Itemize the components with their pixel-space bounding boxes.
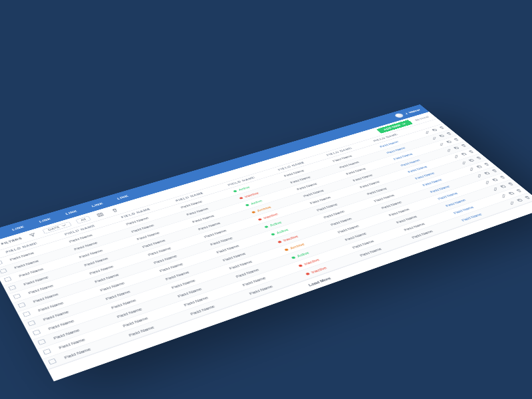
delete-icon[interactable]	[109, 207, 121, 214]
edit-icon[interactable]	[460, 161, 468, 166]
chip-label: DATE	[47, 225, 61, 231]
filter-icon[interactable]	[27, 231, 39, 239]
edit-icon[interactable]	[499, 194, 508, 198]
edit-icon[interactable]	[475, 174, 483, 178]
chip-label: All	[80, 217, 86, 221]
delete-row-icon[interactable]	[475, 156, 483, 160]
row-checkbox[interactable]	[27, 320, 36, 326]
row-checkbox[interactable]	[8, 285, 16, 291]
nav-link[interactable]: LINK	[91, 201, 104, 207]
copy-icon[interactable]	[460, 152, 468, 157]
row-checkbox[interactable]	[0, 260, 3, 265]
row-checkbox[interactable]	[43, 348, 51, 355]
app-panel: LINK LINK LINK LINK LINK LINK J. Walker …	[0, 104, 532, 382]
result-count: 96 found	[414, 116, 430, 122]
edit-icon[interactable]	[438, 142, 446, 146]
copy-icon[interactable]	[491, 178, 499, 182]
delete-row-icon[interactable]	[446, 132, 454, 136]
copy-icon[interactable]	[438, 134, 446, 138]
status-label: Active	[296, 251, 310, 257]
edit-icon[interactable]	[491, 187, 500, 192]
row-checkbox[interactable]	[23, 311, 31, 317]
row-checkbox[interactable]	[13, 293, 21, 299]
status-label: Active	[269, 221, 282, 227]
delete-row-icon[interactable]	[491, 169, 499, 174]
copy-icon[interactable]	[507, 191, 516, 196]
copy-icon[interactable]	[499, 184, 507, 189]
status-label: Active	[250, 200, 263, 205]
delete-row-icon[interactable]	[467, 150, 475, 154]
copy-icon[interactable]	[445, 140, 453, 144]
delete-row-icon[interactable]	[460, 144, 468, 148]
delete-row-icon[interactable]	[438, 126, 446, 130]
row-checkbox[interactable]	[0, 268, 7, 273]
row-checkbox[interactable]	[48, 358, 57, 365]
delete-row-icon[interactable]	[483, 162, 491, 167]
edit-icon[interactable]	[424, 130, 432, 134]
nav-link[interactable]: LINK	[116, 194, 129, 200]
row-checkbox[interactable]	[17, 303, 26, 309]
edit-icon[interactable]	[452, 154, 460, 159]
nav-link[interactable]: LINK	[11, 225, 25, 231]
edit-icon[interactable]	[431, 136, 439, 140]
row-checkbox[interactable]	[4, 277, 12, 282]
delete-row-icon[interactable]	[453, 138, 461, 142]
edit-icon[interactable]	[483, 180, 492, 185]
edit-icon[interactable]	[467, 167, 475, 172]
delete-row-icon[interactable]	[507, 182, 515, 186]
delete-row-icon[interactable]	[499, 175, 507, 180]
copy-icon[interactable]	[431, 128, 439, 132]
row-checkbox[interactable]	[33, 329, 41, 335]
edit-icon[interactable]	[445, 148, 453, 153]
row-checkbox[interactable]	[37, 339, 46, 345]
copy-icon[interactable]	[453, 146, 461, 150]
copy-icon[interactable]	[475, 165, 483, 170]
columns-icon[interactable]	[94, 211, 106, 218]
user-name: J. Walker	[404, 108, 421, 114]
status-label: Active	[275, 228, 289, 234]
delete-row-icon[interactable]	[523, 196, 532, 200]
copy-icon[interactable]	[483, 171, 491, 176]
all-filter-chip[interactable]: All	[75, 215, 91, 223]
copy-icon[interactable]	[515, 198, 524, 203]
delete-row-icon[interactable]	[515, 188, 523, 193]
nav-link[interactable]: LINK	[39, 217, 52, 223]
copy-icon[interactable]	[467, 158, 475, 163]
edit-icon[interactable]	[508, 201, 517, 205]
status-label: Active	[237, 186, 250, 191]
nav-link[interactable]: LINK	[65, 209, 78, 215]
